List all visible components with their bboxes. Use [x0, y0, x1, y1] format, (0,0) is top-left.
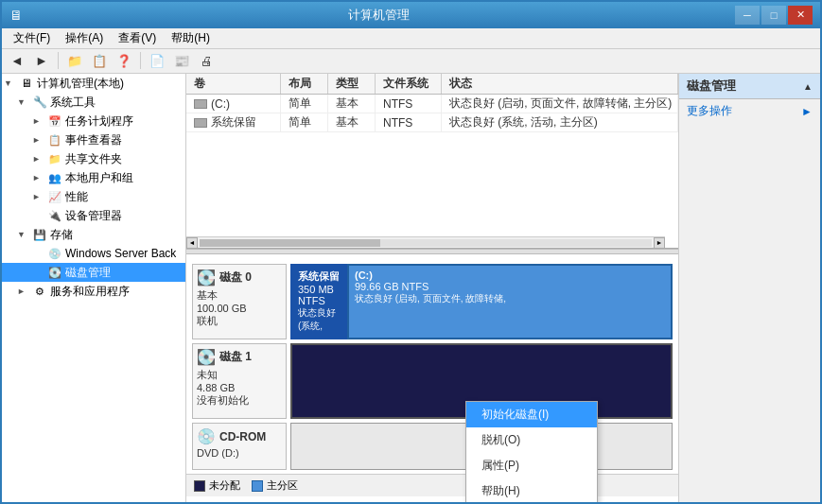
partition-c[interactable]: (C:) 99.66 GB NTFS 状态良好 (启动, 页面文件, 故障转储,: [347, 264, 673, 339]
tree-label-disk-mgmt: 磁盘管理: [65, 265, 111, 281]
node-icon-system-tools: 🔧: [32, 95, 47, 110]
h-scroll-thumb[interactable]: [200, 239, 380, 247]
expand-icon-root: ▼: [4, 78, 19, 88]
context-menu: 初始化磁盘(I) 脱机(O) 属性(P) 帮助(H): [465, 401, 598, 502]
maximize-button[interactable]: □: [761, 6, 786, 25]
disk-0-status: 联机: [197, 314, 282, 328]
toolbar-news-btn[interactable]: 📰: [170, 50, 193, 71]
disk-1-type: 未知: [197, 368, 282, 382]
disk-1-name: 💽 磁盘 1: [197, 348, 282, 366]
partition-system-reserved[interactable]: 系统保留 350 MB NTFS 状态良好 (系统,: [290, 264, 347, 339]
node-icon-shared: 📁: [47, 151, 62, 166]
disk-vol-icon-c: [194, 99, 207, 109]
tree-label-storage: 存储: [50, 227, 73, 243]
cdrom-name: 💿 CD-ROM: [197, 427, 282, 445]
expand-icon-storage: ▼: [17, 230, 32, 239]
content-area: 卷 布局 类型 文件系统 状态 (C:) 简单 基本 NTFS: [186, 74, 678, 502]
h-scroll-track: [200, 239, 652, 247]
col-status: 状态: [442, 74, 678, 94]
forward-button[interactable]: ►: [30, 50, 53, 71]
legend-unallocated: 未分配: [194, 478, 240, 493]
disk-0-name: 💽 磁盘 0: [197, 269, 282, 287]
col-vol: 卷: [186, 74, 281, 94]
tree-item-task-scheduler[interactable]: ► 📅 任务计划程序: [2, 112, 185, 130]
cdrom-icon: 💿: [197, 427, 216, 445]
node-icon-disk-mgmt: 💽: [47, 265, 62, 280]
title-bar-title: 计算机管理: [23, 7, 735, 24]
disk-1-status: 没有初始化: [197, 393, 282, 408]
ops-more-label: 更多操作: [687, 103, 732, 119]
cell-fs-sys: NTFS: [376, 113, 442, 131]
disk-table-header: 卷 布局 类型 文件系统 状态: [186, 74, 678, 95]
cell-status-c: 状态良好 (启动, 页面文件, 故障转储, 主分区): [442, 95, 678, 113]
toolbar-doc-btn[interactable]: 📄: [146, 50, 168, 71]
table-row[interactable]: 系统保留 简单 基本 NTFS 状态良好 (系统, 活动, 主分区): [186, 113, 678, 132]
disk-table-area: 卷 布局 类型 文件系统 状态 (C:) 简单 基本 NTFS: [186, 74, 678, 249]
toolbar-help-btn[interactable]: ❓: [113, 50, 135, 71]
tree-item-performance[interactable]: ► 📈 性能: [2, 187, 185, 206]
expand-icon-task: ►: [32, 116, 47, 126]
scroll-left-btn[interactable]: ◄: [186, 237, 198, 249]
node-icon-backup: 💿: [47, 246, 62, 261]
disk-row-1: 💽 磁盘 1 未知 4.88 GB 没有初始化: [192, 343, 673, 419]
menu-file[interactable]: 文件(F): [6, 28, 58, 48]
tree-item-event-viewer[interactable]: ► 📋 事件查看器: [2, 130, 185, 149]
disk-0-type: 基本: [197, 288, 282, 303]
expand-icon-disk-mgmt: [32, 268, 47, 277]
tree-item-root[interactable]: ▼ 🖥 计算机管理(本地): [2, 74, 185, 93]
toolbar-folder-btn[interactable]: 📁: [63, 50, 86, 71]
tree-label-shared: 共享文件夹: [65, 151, 122, 167]
minimize-button[interactable]: ─: [735, 6, 760, 25]
disk-0-icon: 💽: [197, 269, 216, 287]
cell-status-sys: 状态良好 (系统, 活动, 主分区): [442, 113, 678, 131]
close-button[interactable]: ✕: [788, 6, 813, 25]
context-menu-item-help[interactable]: 帮助(H): [466, 478, 597, 502]
menu-help[interactable]: 帮助(H): [164, 28, 218, 48]
disk-1-icon: 💽: [197, 348, 216, 366]
toolbar-list-btn[interactable]: 📋: [88, 50, 111, 71]
expand-icon-perf: ►: [32, 192, 47, 201]
menu-view[interactable]: 查看(V): [111, 28, 164, 48]
app-window: 🖥 计算机管理 ─ □ ✕ 文件(F) 操作(A) 查看(V) 帮助(H) ◄ …: [0, 0, 822, 504]
legend-primary: 主分区: [252, 478, 298, 493]
col-type: 类型: [328, 74, 376, 94]
context-menu-item-properties[interactable]: 属性(P): [466, 453, 597, 478]
table-row[interactable]: (C:) 简单 基本 NTFS 状态良好 (启动, 页面文件, 故障转储, 主分…: [186, 95, 678, 113]
ops-title: 磁盘管理: [687, 78, 736, 95]
tree-item-disk-mgmt[interactable]: 💽 磁盘管理: [2, 263, 185, 282]
cell-vol-c: (C:): [186, 95, 281, 113]
expand-icon-backup: [32, 249, 47, 258]
node-icon-services: ⚙: [32, 284, 47, 299]
col-fs: 文件系统: [376, 74, 442, 94]
h-scrollbar[interactable]: ◄ ►: [186, 236, 665, 248]
legend-color-primary: [252, 480, 263, 492]
title-bar-icon: 🖥: [9, 8, 23, 23]
tree-item-storage[interactable]: ▼ 💾 存储: [2, 225, 185, 244]
cdrom-label: DVD (D:): [197, 447, 282, 459]
back-button[interactable]: ◄: [6, 50, 28, 71]
tree-label-task: 任务计划程序: [65, 113, 133, 130]
tree-item-local-users[interactable]: ► 👥 本地用户和组: [2, 168, 185, 187]
title-bar-controls: ─ □ ✕: [735, 6, 813, 25]
tree-label-root: 计算机管理(本地): [37, 76, 124, 92]
tree-item-device-manager[interactable]: 🔌 设备管理器: [2, 206, 185, 225]
expand-icon-event: ►: [32, 135, 47, 145]
node-icon-event: 📋: [47, 132, 62, 148]
legend-label-primary: 主分区: [267, 478, 298, 493]
expand-icon-shared: ►: [32, 154, 47, 164]
expand-icon-system-tools: ▼: [17, 97, 32, 107]
main-layout: ▼ 🖥 计算机管理(本地) ▼ 🔧 系统工具 ► 📅 任务计划程序 ► 📋 事件…: [2, 74, 820, 502]
ops-more-actions[interactable]: 更多操作 ►: [679, 99, 820, 123]
col-layout: 布局: [281, 74, 328, 94]
tree-item-shared-folders[interactable]: ► 📁 共享文件夹: [2, 149, 185, 168]
toolbar-print-btn[interactable]: 🖨: [195, 50, 218, 71]
context-menu-item-offline[interactable]: 脱机(O): [466, 427, 597, 453]
expand-icon-users: ►: [32, 173, 47, 182]
tree-item-system-tools[interactable]: ▼ 🔧 系统工具: [2, 93, 185, 112]
ops-collapse-icon[interactable]: ▲: [803, 81, 813, 92]
scroll-right-btn[interactable]: ►: [654, 237, 665, 249]
tree-item-win-backup[interactable]: 💿 Windows Server Back: [2, 244, 185, 263]
menu-action[interactable]: 操作(A): [58, 28, 111, 48]
tree-item-services[interactable]: ► ⚙ 服务和应用程序: [2, 282, 185, 301]
context-menu-item-init[interactable]: 初始化磁盘(I): [466, 402, 597, 427]
